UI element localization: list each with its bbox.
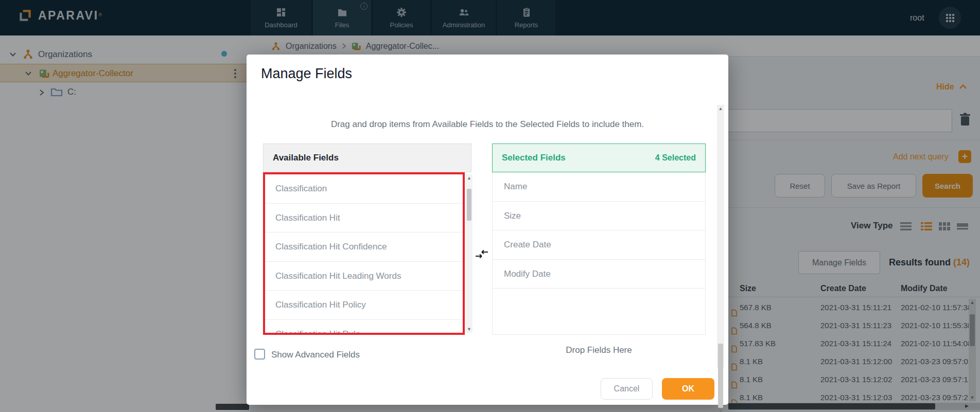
drop-fields-hint: Drop Fields Here — [492, 345, 706, 355]
available-fields-scrollbar[interactable]: ▲ ▼ — [466, 174, 472, 333]
selected-field-item[interactable]: Create Date — [492, 230, 706, 260]
scrollbar-thumb[interactable] — [718, 344, 723, 408]
available-fields-header: Available Fields — [263, 144, 471, 172]
available-field-item[interactable]: Classification Hit Rule — [265, 320, 463, 335]
selected-field-item[interactable]: Size — [492, 202, 706, 231]
available-field-item[interactable]: Classification Hit Policy — [265, 291, 463, 320]
show-advanced-fields-checkbox[interactable] — [254, 349, 265, 360]
selected-field-item[interactable]: Name — [492, 172, 706, 202]
available-fields-list: Classification Classification Hit Classi… — [263, 172, 465, 335]
modal-title: Manage Fields — [261, 66, 352, 82]
selected-count-badge: 4 Selected — [655, 153, 696, 163]
modal-instruction: Drag and drop items from Available Field… — [247, 119, 728, 130]
selected-fields-title: Selected Fields — [502, 153, 566, 163]
drop-zone[interactable] — [492, 289, 706, 335]
manage-fields-modal: Manage Fields Drag and drop items from A… — [247, 55, 728, 405]
selected-fields-header: Selected Fields 4 Selected — [492, 144, 706, 172]
app-window: APARAVI® Dashboard i Files — [0, 0, 980, 412]
show-advanced-fields-label: Show Advanced Fields — [271, 350, 360, 360]
scroll-up-icon[interactable]: ▲ — [466, 175, 472, 181]
available-field-item[interactable]: Classification Hit Confidence — [265, 232, 463, 262]
cancel-button[interactable]: Cancel — [601, 378, 653, 400]
modal-scrollbar[interactable]: ▲ ▼ — [717, 105, 724, 368]
scroll-down-icon[interactable]: ▼ — [717, 408, 724, 412]
scroll-up-icon[interactable]: ▲ — [717, 106, 724, 111]
scrollbar-thumb[interactable] — [467, 189, 471, 221]
drag-move-cursor-icon — [475, 249, 488, 260]
available-field-item[interactable]: Classification Hit — [265, 204, 463, 233]
available-field-item[interactable]: Classification Hit Leading Words — [265, 262, 463, 291]
scroll-down-icon[interactable]: ▼ — [466, 327, 472, 332]
selected-field-item[interactable]: Modify Date — [492, 260, 706, 289]
ok-button[interactable]: OK — [662, 378, 714, 400]
available-field-item[interactable]: Classification — [265, 174, 463, 204]
